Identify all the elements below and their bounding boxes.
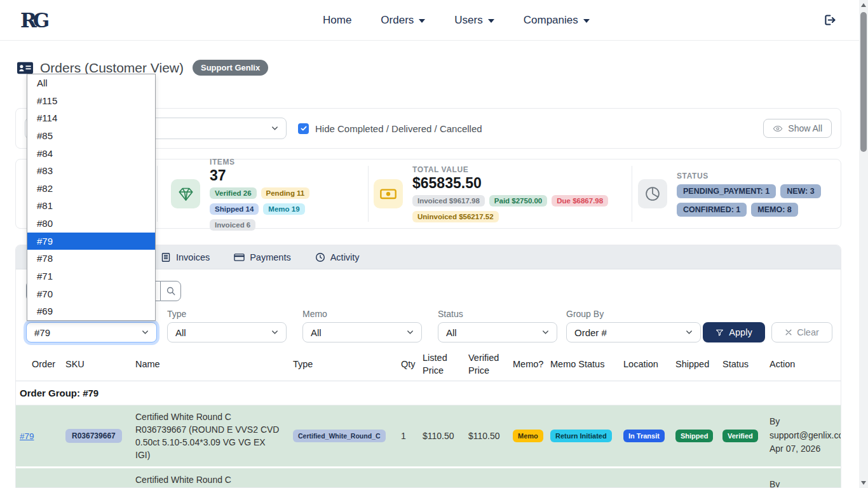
stat-badge: CONFIRMED: 1 — [677, 203, 747, 217]
stat-badge: Pending 11 — [261, 187, 310, 199]
dropdown-option[interactable]: #115 — [27, 92, 155, 110]
stat-badge: PENDING_PAYMENT: 1 — [677, 184, 776, 198]
table-row: #79R036747318Certified White Round C R03… — [16, 467, 841, 488]
clear-button[interactable]: Clear — [771, 322, 832, 342]
stat-status: STATUS PENDING_PAYMENT: 1NEW: 3CONFIRMED… — [632, 159, 841, 228]
col-order: Order — [16, 349, 62, 381]
dropdown-option[interactable]: #70 — [27, 285, 155, 303]
memo-select[interactable]: All — [302, 322, 422, 342]
scroll-down-arrow[interactable] — [861, 481, 866, 485]
stat-total-value: TOTAL VALUE $65835.50 Invoiced $9617.98P… — [369, 159, 632, 228]
nav-item-home[interactable]: Home — [323, 14, 351, 27]
type-select[interactable]: All — [167, 322, 287, 342]
stat-badge: Uninvoiced $56217.52 — [412, 211, 499, 222]
support-badge: Support Genlix — [193, 60, 268, 76]
dropdown-option[interactable]: #81 — [27, 197, 155, 215]
stat-badge: Invoiced $9617.98 — [412, 195, 485, 207]
col-memo: Memo? — [509, 349, 546, 381]
tab-label: Invoices — [176, 252, 210, 262]
dropdown-option[interactable]: #85 — [27, 127, 155, 145]
vertical-scrollbar[interactable] — [859, 0, 868, 488]
items-table: Order SKU Name Type Qty Listed Price Ver… — [16, 349, 841, 488]
scrollbar-thumb[interactable] — [860, 12, 867, 152]
logout-icon[interactable] — [823, 13, 836, 29]
group-by-value: Order # — [574, 327, 607, 338]
shipped-badge: Shipped — [675, 430, 713, 442]
dropdown-option[interactable]: #84 — [27, 145, 155, 163]
tab-payments[interactable]: Payments — [234, 252, 290, 262]
order-dropdown-popup: All#115#114#85#84#83#82#81#80#79#78#71#7… — [27, 74, 156, 321]
hide-completed-toggle[interactable]: Hide Completed / Delivered / Cancelled — [298, 123, 482, 134]
stat-badge: Paid $2750.00 — [489, 195, 547, 207]
col-verified-price: Verified Price — [465, 349, 509, 381]
status-value: All — [446, 327, 457, 338]
dropdown-option[interactable]: #114 — [27, 109, 155, 127]
pie-chart-icon — [638, 179, 667, 208]
type-value: All — [175, 327, 186, 338]
col-listed-price: Listed Price — [419, 349, 465, 381]
dropdown-option[interactable]: #79 — [27, 233, 155, 250]
stat-badge: Shipped 14 — [210, 203, 259, 215]
checkbox-checked-icon[interactable] — [298, 123, 309, 134]
dropdown-option[interactable]: #80 — [27, 215, 155, 233]
location-badge: In Transit — [623, 430, 665, 442]
show-all-button[interactable]: Show All — [763, 119, 832, 138]
tab-activity[interactable]: Activity — [315, 252, 360, 262]
stat-badge: NEW: 3 — [780, 184, 821, 198]
order-number-select[interactable]: #79 — [26, 322, 157, 342]
memo-badge: Memo — [513, 430, 543, 442]
order-number-value: #79 — [34, 327, 50, 338]
dropdown-option[interactable]: #71 — [27, 268, 155, 285]
nav-item-users[interactable]: Users — [454, 14, 494, 27]
apply-label: Apply — [729, 327, 752, 337]
qty-cell: 1 — [397, 405, 419, 467]
stat-badge: MEMO: 8 — [751, 203, 797, 217]
tab-label: Payments — [250, 252, 290, 262]
chevron-down-icon — [140, 328, 150, 337]
qty-cell: 1 — [397, 467, 419, 488]
chevron-down-icon — [405, 328, 415, 337]
stat-items: ITEMS 37 Verified 26Pending 11Shipped 14… — [158, 159, 368, 228]
stat-total-value-number: $65835.50 — [412, 175, 622, 192]
brand-logo[interactable]: RG — [20, 9, 46, 32]
order-link[interactable]: #79 — [20, 431, 34, 441]
tab-label: Activity — [330, 252, 360, 262]
stat-status-label: STATUS — [677, 172, 823, 180]
dropdown-option[interactable]: #78 — [27, 250, 155, 268]
caret-down-icon — [488, 19, 494, 23]
listed-price-cell: $110.50 — [419, 405, 465, 467]
show-all-label: Show All — [788, 123, 822, 133]
dropdown-option[interactable]: #69 — [27, 302, 155, 320]
dropdown-option[interactable]: All — [27, 74, 155, 92]
chevron-down-icon — [270, 328, 280, 337]
clear-label: Clear — [797, 327, 819, 337]
group-by-select[interactable]: Order # — [566, 322, 701, 342]
scroll-up-arrow[interactable] — [861, 3, 866, 7]
col-name: Name — [132, 349, 289, 381]
caret-down-icon — [583, 19, 590, 23]
stat-badge: Invoiced 6 — [210, 219, 255, 231]
nav-item-orders[interactable]: Orders — [381, 14, 425, 27]
dropdown-option[interactable]: #82 — [27, 180, 155, 198]
order-group-label: Order Group: #79 — [16, 381, 841, 405]
payments-icon — [234, 253, 245, 262]
apply-button[interactable]: Apply — [703, 322, 765, 342]
filter-label-type: Type — [167, 309, 186, 319]
listed-price-cell: $57.50 — [419, 467, 465, 488]
hide-completed-label: Hide Completed / Delivered / Cancelled — [315, 123, 482, 134]
status-select[interactable]: All — [438, 322, 557, 342]
stat-items-label: ITEMS — [210, 158, 344, 166]
top-navbar: RG HomeOrdersUsersCompanies — [0, 0, 859, 41]
stat-badge: Due $6867.98 — [552, 195, 608, 207]
action-cell: Bysupport@genlix.comApr 07, 2026 — [766, 405, 841, 467]
dropdown-option[interactable]: #83 — [27, 162, 155, 180]
tab-invoices[interactable]: Invoices — [161, 252, 210, 262]
orders-card-icon — [17, 61, 34, 75]
nav-item-companies[interactable]: Companies — [524, 14, 590, 27]
search-button[interactable] — [160, 281, 181, 301]
status-badge: Verified — [722, 430, 758, 442]
screen: RG HomeOrdersUsersCompanies Orders (Cust… — [0, 0, 868, 488]
funnel-icon — [715, 329, 724, 337]
table-row: #79R036739667Certified White Round C R03… — [16, 405, 841, 467]
item-name: Certified White Round C R036739667 (ROUN… — [132, 405, 289, 467]
